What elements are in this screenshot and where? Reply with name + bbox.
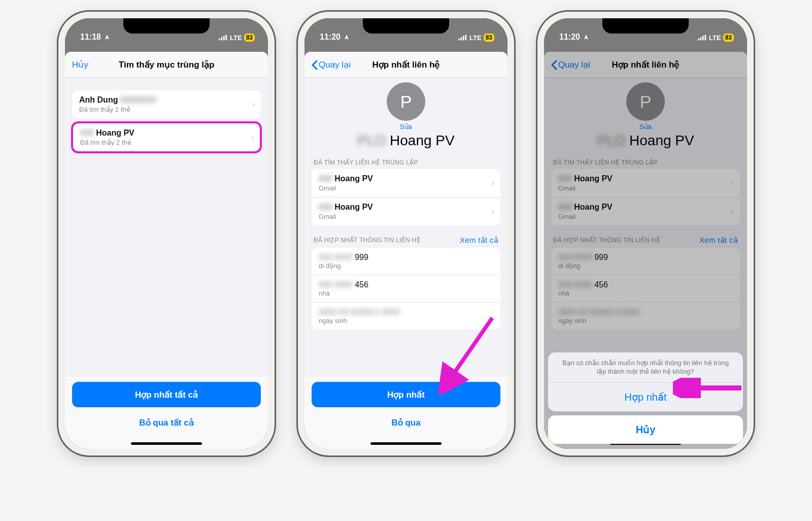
svg-rect-11 bbox=[702, 36, 704, 40]
svg-rect-4 bbox=[458, 39, 460, 41]
section-merged-label: ĐÃ HỢP NHẤT THÔNG TIN LIÊN HỆ Xem tất cả bbox=[314, 236, 498, 245]
notch bbox=[363, 18, 449, 34]
signal-icon bbox=[698, 35, 707, 41]
svg-rect-7 bbox=[465, 35, 467, 41]
network-label: LTE bbox=[469, 34, 482, 42]
nav-title: Tìm thấy mục trùng lặp bbox=[119, 59, 215, 70]
action-sheet-cancel-button[interactable]: Hủy bbox=[548, 415, 743, 444]
back-button[interactable]: Quay lại bbox=[312, 52, 351, 78]
see-all-link: Xem tất cả bbox=[699, 236, 738, 245]
chevron-right-icon: › bbox=[731, 179, 734, 188]
cancel-button[interactable]: Hủy bbox=[72, 52, 88, 78]
section-duplicates-label: ĐÃ TÌM THẤY LIÊN HỆ TRÙNG LẶP bbox=[553, 159, 738, 166]
phone-1: 11:18 LTE 83 Hủy Tìm thấy mục trùng lặp … bbox=[57, 10, 276, 457]
svg-rect-0 bbox=[219, 39, 220, 41]
see-all-link[interactable]: Xem tất cả bbox=[460, 236, 498, 245]
phone-home-row: ### #### 456 nhà bbox=[551, 275, 740, 303]
navbar: Hủy Tìm thấy mục trùng lặp bbox=[65, 52, 268, 78]
nav-title: Hợp nhất liên hệ bbox=[373, 59, 440, 70]
navbar: Quay lại Hợp nhất liên hệ bbox=[304, 52, 507, 78]
birthday-row[interactable]: #### ## ##### # #### ngày sinh bbox=[312, 303, 500, 330]
chevron-left-icon bbox=[551, 60, 557, 70]
chevron-right-icon: › bbox=[252, 100, 255, 109]
avatar[interactable]: P bbox=[387, 82, 425, 121]
merge-button[interactable]: Hợp nhất bbox=[312, 382, 500, 407]
network-label: LTE bbox=[709, 34, 721, 42]
svg-rect-9 bbox=[698, 39, 699, 41]
avatar: P bbox=[626, 82, 665, 121]
birthday-row: #### ## ##### # #### ngày sinh bbox=[551, 303, 740, 330]
contact-name: PLO Hoang PV bbox=[597, 133, 694, 149]
action-sheet-message: Bạn có chắc chắn muốn hợp nhất thông tin… bbox=[548, 352, 743, 383]
home-indicator[interactable] bbox=[131, 442, 202, 445]
action-sheet: Bạn có chắc chắn muốn hợp nhất thông tin… bbox=[548, 352, 743, 444]
chevron-right-icon: › bbox=[492, 207, 494, 216]
merge-all-button[interactable]: Hợp nhất tất cả bbox=[72, 382, 261, 407]
svg-rect-2 bbox=[223, 36, 225, 40]
back-button[interactable]: Quay lại bbox=[551, 52, 590, 78]
location-icon bbox=[583, 34, 589, 40]
signal-icon bbox=[458, 35, 467, 41]
signal-icon bbox=[219, 35, 228, 41]
duplicate-contact-row[interactable]: ### Hoang PV Gmail › bbox=[312, 169, 500, 198]
skip-all-button[interactable]: Bỏ qua tất cả bbox=[72, 411, 261, 434]
duplicates-list: Anh Dung ######## Đã tìm thấy 2 thẻ › bbox=[72, 90, 261, 118]
duplicate-contact-row: ### Hoang PV Gmail › bbox=[551, 169, 740, 198]
nav-title: Hợp nhất liên hệ bbox=[612, 59, 680, 70]
battery-badge: 83 bbox=[723, 34, 734, 42]
battery-badge: 83 bbox=[484, 34, 494, 42]
phone-home-row[interactable]: ### #### 456 nhà bbox=[312, 275, 500, 303]
svg-rect-10 bbox=[700, 37, 702, 40]
network-label: LTE bbox=[230, 34, 242, 42]
chevron-right-icon: › bbox=[251, 133, 254, 142]
notch bbox=[602, 18, 689, 34]
svg-rect-12 bbox=[705, 35, 706, 41]
phone-mobile-row: ### #### 999 di động bbox=[551, 248, 740, 275]
section-merged-label: ĐÃ HỢP NHẤT THÔNG TIN LIÊN HỆ Xem tất cả bbox=[553, 236, 738, 245]
chevron-left-icon bbox=[312, 60, 318, 70]
chevron-right-icon: › bbox=[731, 207, 734, 216]
duplicate-contact-row[interactable]: ### Hoang PV Gmail › bbox=[312, 198, 500, 225]
skip-button[interactable]: Bỏ qua bbox=[312, 411, 500, 434]
edit-avatar-link[interactable]: Sửa bbox=[400, 123, 412, 131]
section-duplicates-label: ĐÃ TÌM THẤY LIÊN HỆ TRÙNG LẶP bbox=[314, 159, 498, 166]
footer: Hợp nhất tất cả Bỏ qua tất cả bbox=[65, 377, 268, 449]
location-icon bbox=[344, 34, 350, 40]
status-time: 11:20 bbox=[320, 32, 341, 42]
svg-rect-3 bbox=[226, 35, 227, 41]
status-time: 11:18 bbox=[80, 32, 101, 42]
duplicate-item[interactable]: Anh Dung ######## Đã tìm thấy 2 thẻ › bbox=[72, 90, 261, 118]
chevron-right-icon: › bbox=[492, 179, 494, 188]
duplicate-contact-row: ### Hoang PV Gmail › bbox=[551, 198, 740, 225]
contact-name: PLO Hoang PV bbox=[357, 133, 454, 149]
svg-rect-5 bbox=[461, 37, 462, 40]
svg-rect-1 bbox=[221, 37, 223, 40]
status-time: 11:20 bbox=[559, 32, 580, 42]
notch bbox=[123, 18, 210, 34]
phone-3: 11:20 LTE 83 Quay lại Hợp nhất liên hệ P bbox=[536, 10, 755, 457]
phone-mobile-row[interactable]: ### #### 999 di động bbox=[312, 248, 500, 275]
action-sheet-confirm-button[interactable]: Hợp nhất bbox=[548, 383, 743, 411]
duplicate-item-highlighted[interactable]: ### Hoang PV Đã tìm thấy 2 thẻ › bbox=[71, 121, 262, 153]
footer: Hợp nhất Bỏ qua bbox=[304, 377, 507, 449]
navbar: Quay lại Hợp nhất liên hệ bbox=[544, 52, 747, 78]
edit-avatar-link: Sửa bbox=[639, 123, 652, 131]
svg-rect-6 bbox=[463, 36, 464, 40]
phone-2: 11:20 LTE 83 Quay lại Hợp nhất liên hệ P bbox=[296, 10, 516, 457]
battery-badge: 83 bbox=[244, 34, 255, 42]
location-icon bbox=[104, 34, 110, 40]
home-indicator[interactable] bbox=[370, 442, 442, 445]
